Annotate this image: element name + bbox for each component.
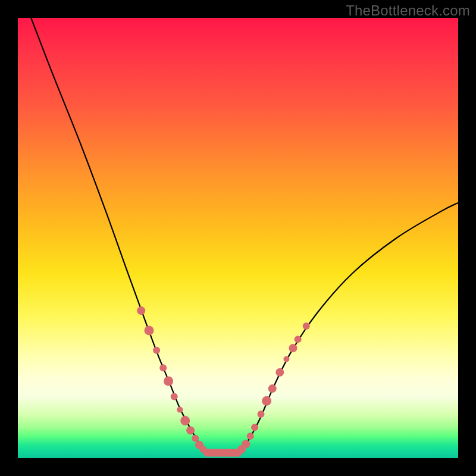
marker-dot	[164, 377, 173, 386]
marker-dot	[275, 368, 284, 377]
marker-dot	[283, 356, 289, 362]
marker-dot	[295, 336, 302, 343]
watermark-label: TheBottleneck.com	[346, 2, 470, 19]
marker-dot	[247, 433, 254, 440]
marker-dot	[289, 344, 298, 352]
marker-dot	[177, 407, 183, 413]
marker-dot	[242, 440, 250, 448]
marker-cluster-right	[237, 322, 310, 453]
marker-dot	[268, 384, 277, 393]
marker-cluster-left	[137, 306, 206, 453]
marker-dot	[192, 435, 199, 442]
plot-area	[18, 18, 458, 458]
marker-dot	[171, 393, 178, 400]
marker-dot	[258, 411, 265, 418]
right-curve	[238, 203, 458, 453]
marker-dot	[251, 424, 258, 431]
left-curve	[31, 18, 207, 453]
marker-dot	[145, 325, 154, 335]
marker-dot	[137, 306, 145, 315]
chart-svg	[18, 18, 458, 458]
marker-dot	[200, 446, 207, 453]
marker-dot	[186, 426, 195, 434]
marker-dot	[153, 347, 160, 354]
chart-frame: TheBottleneck.com	[0, 0, 476, 476]
marker-dot	[180, 416, 190, 425]
marker-dot	[303, 322, 310, 330]
marker-dot	[262, 396, 271, 406]
marker-dot	[159, 364, 167, 371]
